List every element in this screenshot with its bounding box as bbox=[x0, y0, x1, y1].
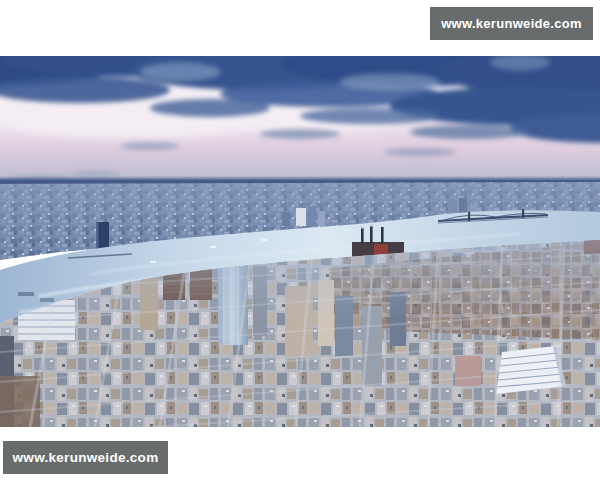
watermark-bottom-text: www.kerunweide.com bbox=[13, 450, 159, 465]
watermark-bottom: www.kerunweide.com bbox=[3, 441, 168, 474]
cityscape-photo bbox=[0, 56, 600, 427]
watermark-top: www.kerunweide.com bbox=[430, 7, 593, 40]
cityscape-illustration bbox=[0, 56, 600, 427]
page: { "watermark_top": { "text": "www.kerunw… bbox=[0, 0, 600, 480]
sky bbox=[0, 56, 600, 192]
watermark-top-text: www.kerunweide.com bbox=[441, 16, 582, 31]
